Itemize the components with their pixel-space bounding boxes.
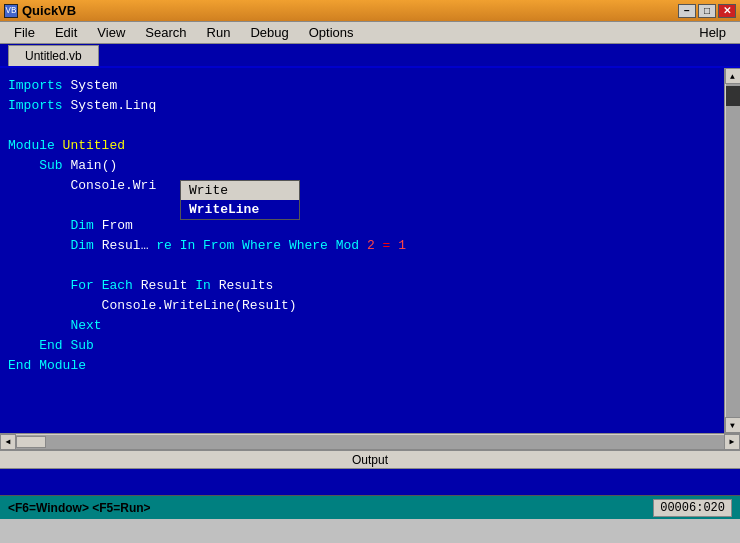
minimize-button[interactable]: − xyxy=(678,4,696,18)
status-bar: <F6=Window> <F5=Run> 00006:020 xyxy=(0,495,740,519)
menu-bar: File Edit View Search Run Debug Options … xyxy=(0,22,740,44)
ac-item-writeline[interactable]: WriteLine xyxy=(181,200,299,219)
scroll-up-button[interactable]: ▲ xyxy=(725,68,741,84)
menu-edit[interactable]: Edit xyxy=(45,23,87,42)
scroll-thumb[interactable] xyxy=(726,86,740,106)
code-line-11: For Each Result In Results xyxy=(8,276,716,296)
ac-item-write[interactable]: Write xyxy=(181,181,299,200)
status-keys: <F6=Window> <F5=Run> xyxy=(8,501,151,515)
autocomplete-dropdown: Write WriteLine xyxy=(180,180,300,220)
menu-run[interactable]: Run xyxy=(197,23,241,42)
title-text: QuickVB xyxy=(22,3,76,18)
menu-file[interactable]: File xyxy=(4,23,45,42)
menu-search[interactable]: Search xyxy=(135,23,196,42)
hscroll-thumb[interactable] xyxy=(16,436,46,448)
code-line-5: Sub Main() xyxy=(8,156,716,176)
hscroll-left-button[interactable]: ◀ xyxy=(0,434,16,450)
window-controls: − □ ✕ xyxy=(678,4,736,18)
code-line-1: Imports System xyxy=(8,76,716,96)
code-line-12: Console.WriteLine(Result) xyxy=(8,296,716,316)
scroll-track[interactable] xyxy=(726,84,740,417)
code-line-9: Dim Resul… re In From Where Where Mod 2 … xyxy=(8,236,716,256)
title-bar-left: VB QuickVB xyxy=(4,3,76,18)
menu-options[interactable]: Options xyxy=(299,23,364,42)
editor-main[interactable]: Imports System Imports System.Linq Modul… xyxy=(0,68,724,433)
maximize-button[interactable]: □ xyxy=(698,4,716,18)
app-icon: VB xyxy=(4,4,18,18)
close-button[interactable]: ✕ xyxy=(718,4,736,18)
tab-untitled-vb[interactable]: Untitled.vb xyxy=(8,45,99,66)
scrollbar-right: ▲ ▼ xyxy=(724,68,740,433)
code-line-6: Console.Wri xyxy=(8,176,716,196)
editor-container: Imports System Imports System.Linq Modul… xyxy=(0,68,740,433)
output-panel: Output xyxy=(0,449,740,495)
status-position: 00006:020 xyxy=(653,499,732,517)
output-content xyxy=(0,469,740,495)
code-line-15: End Module xyxy=(8,356,716,376)
code-line-13: Next xyxy=(8,316,716,336)
output-label-bar: Output xyxy=(0,451,740,469)
menu-debug[interactable]: Debug xyxy=(240,23,298,42)
tab-bar: Untitled.vb xyxy=(0,44,740,68)
hscroll-right-button[interactable]: ▶ xyxy=(724,434,740,450)
code-line-3 xyxy=(8,116,716,136)
code-line-8: Dim From xyxy=(8,216,716,236)
hscroll-track[interactable] xyxy=(16,435,724,449)
code-line-14: End Sub xyxy=(8,336,716,356)
code-line-4: Module Untitled xyxy=(8,136,716,156)
code-line-2: Imports System.Linq xyxy=(8,96,716,116)
output-label: Output xyxy=(352,453,388,467)
menu-view[interactable]: View xyxy=(87,23,135,42)
code-line-10 xyxy=(8,256,716,276)
menu-help[interactable]: Help xyxy=(689,23,736,42)
hscroll: ◀ ▶ xyxy=(0,433,740,449)
code-line-7 xyxy=(8,196,716,216)
scroll-down-button[interactable]: ▼ xyxy=(725,417,741,433)
title-bar: VB QuickVB − □ ✕ xyxy=(0,0,740,22)
